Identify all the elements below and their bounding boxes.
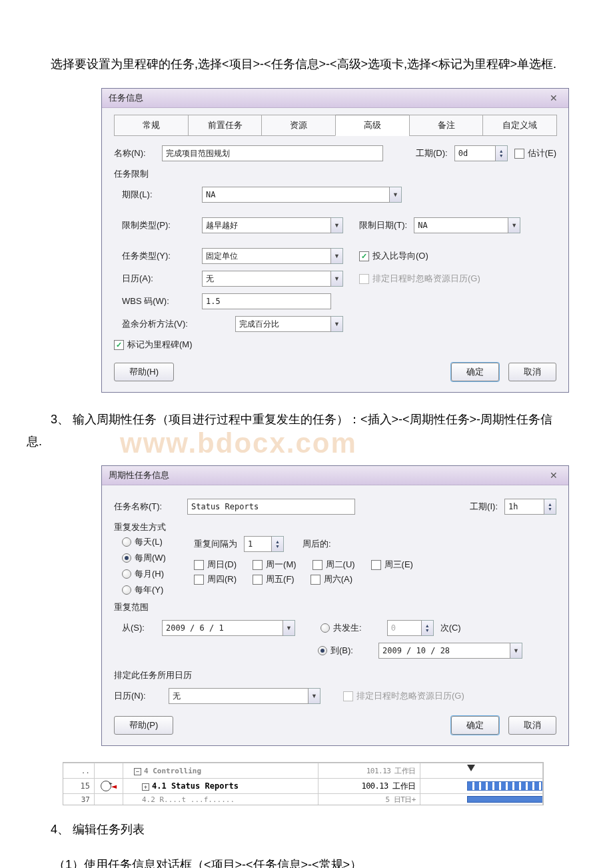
constraint-type-label: 限制类型(P): (122, 219, 195, 231)
sat-checkbox[interactable]: 周六(A) (310, 573, 352, 585)
calendar-input[interactable]: 无 (202, 271, 331, 287)
ev-method-input[interactable]: 完成百分比 (235, 316, 331, 332)
close-icon[interactable]: ✕ (546, 470, 562, 481)
estimate-label: 估计(E) (528, 147, 556, 159)
chevron-down-icon[interactable]: ▼ (331, 316, 343, 332)
from-date-combo[interactable]: 2009 / 6 / 1 ▼ (162, 620, 295, 636)
calendar-label: 日历(N): (114, 690, 162, 702)
cancel-button[interactable]: 取消 (508, 716, 556, 735)
row-number: .. (63, 763, 95, 778)
tab-notes[interactable]: 备注 (409, 115, 484, 136)
tab-advanced[interactable]: 高级 (335, 115, 410, 136)
expand-icon[interactable]: + (142, 783, 149, 791)
mon-checkbox[interactable]: 周一(M) (253, 559, 297, 571)
help-button[interactable]: 帮助(P) (114, 716, 173, 735)
name-label: 任务名称(T): (114, 501, 181, 513)
edit-method-1: （1）使用任务信息对话框（<项目>-<任务信息>-<常规>） (53, 854, 560, 868)
task-name-cell[interactable]: +4.1 Status Reports (123, 779, 318, 793)
calendar-label: 日历(A): (122, 273, 195, 285)
checkbox-icon (310, 575, 320, 585)
thu-checkbox[interactable]: 周四(R) (194, 573, 237, 585)
duration-input[interactable]: 0d (454, 145, 496, 161)
collapse-icon[interactable]: − (134, 768, 141, 775)
chevron-down-icon[interactable]: ▼ (308, 688, 320, 704)
duration-cell[interactable]: 100.13 工作日 (318, 779, 420, 793)
name-input[interactable]: 完成项目范围规划 (162, 145, 383, 161)
checkbox-icon (253, 560, 263, 570)
task-name-cell: 4.2 R....t ...f...... (123, 794, 318, 805)
constraint-type-input[interactable]: 越早越好 (202, 217, 331, 233)
end-after-radio[interactable]: 共发生: (320, 622, 362, 634)
tab-custom[interactable]: 自定义域 (482, 115, 557, 136)
wbs-input[interactable]: 1.5 (202, 293, 331, 309)
until-date-input[interactable]: 2009 / 10 / 28 (378, 643, 510, 659)
ok-button[interactable]: 确定 (451, 716, 499, 735)
help-button[interactable]: 帮助(H) (114, 363, 174, 381)
tab-predecessors[interactable]: 前置任务 (188, 115, 263, 136)
gantt-bar-cell (420, 763, 543, 778)
chevron-down-icon[interactable]: ▼ (331, 271, 343, 287)
spinner-icon[interactable]: ▲▼ (496, 145, 508, 161)
chevron-down-icon[interactable]: ▼ (390, 187, 402, 203)
deadline-input[interactable]: NA (202, 187, 390, 203)
checkbox-icon (359, 274, 369, 284)
calendar-input[interactable]: 无 (169, 688, 308, 704)
chevron-down-icon[interactable]: ▼ (331, 248, 343, 264)
effort-driven-checkbox[interactable]: ✓ 投入比导向(O) (359, 250, 428, 262)
calendar-combo[interactable]: 无 ▼ (202, 271, 343, 287)
constraint-type-combo[interactable]: 越早越好 ▼ (202, 217, 343, 233)
weekly-radio[interactable]: 每周(W) (122, 552, 182, 564)
wed-checkbox[interactable]: 周三(E) (371, 559, 413, 571)
occur-spinner[interactable]: 0 ▲▼ (387, 620, 434, 636)
edit-list-heading: 4、 编辑任务列表 (27, 819, 560, 840)
row-number: 37 (63, 794, 95, 805)
checkbox-icon (312, 560, 322, 570)
estimate-checkbox[interactable]: 估计(E) (514, 147, 556, 159)
duration-input[interactable]: 1h (504, 499, 544, 515)
until-date-combo[interactable]: 2009 / 10 / 28 ▼ (378, 643, 522, 659)
constraint-date-combo[interactable]: NA ▼ (414, 217, 520, 233)
close-icon[interactable]: ✕ (546, 93, 562, 103)
cancel-button[interactable]: 取消 (508, 363, 556, 381)
daily-radio[interactable]: 每天(L) (122, 536, 182, 548)
spinner-icon[interactable]: ▲▼ (544, 499, 556, 515)
chevron-down-icon[interactable]: ▼ (283, 620, 295, 636)
duration-spinner[interactable]: 1h ▲▼ (504, 499, 556, 515)
recurring-bar-icon (467, 781, 543, 791)
sat-label: 周六(A) (324, 573, 352, 585)
interval-spinner[interactable]: 1 ▲▼ (244, 536, 284, 552)
calendar-section-label: 排定此任务所用日历 (114, 669, 556, 681)
occur-input[interactable]: 0 (387, 620, 422, 636)
task-type-input[interactable]: 固定单位 (202, 248, 331, 264)
chevron-down-icon[interactable]: ▼ (508, 217, 520, 233)
name-input[interactable]: Status Reports (187, 499, 355, 515)
tab-general[interactable]: 常规 (114, 115, 189, 136)
task-type-combo[interactable]: 固定单位 ▼ (202, 248, 343, 264)
ignore-calendar-checkbox: 排定日程时忽略资源日历(G) (343, 690, 464, 702)
tue-checkbox[interactable]: 周二(U) (312, 559, 355, 571)
duration-spinner[interactable]: 0d ▲▼ (454, 145, 508, 161)
milestone-checkbox[interactable]: ✓ 标记为里程碑(M) (114, 339, 193, 351)
ok-button[interactable]: 确定 (451, 363, 499, 381)
spinner-icon[interactable]: ▲▼ (272, 536, 284, 552)
deadline-combo[interactable]: NA ▼ (202, 187, 402, 203)
milestone-label: 标记为里程碑(M) (127, 339, 193, 351)
dialog-titlebar: 任务信息 ✕ (102, 89, 568, 108)
ev-method-combo[interactable]: 完成百分比 ▼ (235, 316, 343, 332)
sun-checkbox[interactable]: 周日(D) (194, 559, 237, 571)
constraint-date-input[interactable]: NA (414, 217, 508, 233)
fri-checkbox[interactable]: 周五(F) (253, 573, 295, 585)
interval-input[interactable]: 1 (244, 536, 272, 552)
thu-label: 周四(R) (207, 573, 237, 585)
end-by-radio[interactable]: 到(B): (318, 645, 353, 657)
spinner-icon[interactable]: ▲▼ (422, 620, 434, 636)
monthly-radio[interactable]: 每月(H) (122, 568, 182, 580)
tab-resources[interactable]: 资源 (261, 115, 336, 136)
occur-suffix: 次(C) (440, 622, 461, 634)
from-date-input[interactable]: 2009 / 6 / 1 (162, 620, 283, 636)
table-row[interactable]: 15 ◄ +4.1 Status Reports 100.13 工作日 (63, 778, 543, 793)
chevron-down-icon[interactable]: ▼ (331, 217, 343, 233)
yearly-radio[interactable]: 每年(Y) (122, 584, 182, 596)
calendar-combo[interactable]: 无 ▼ (169, 688, 320, 704)
chevron-down-icon[interactable]: ▼ (510, 643, 522, 659)
